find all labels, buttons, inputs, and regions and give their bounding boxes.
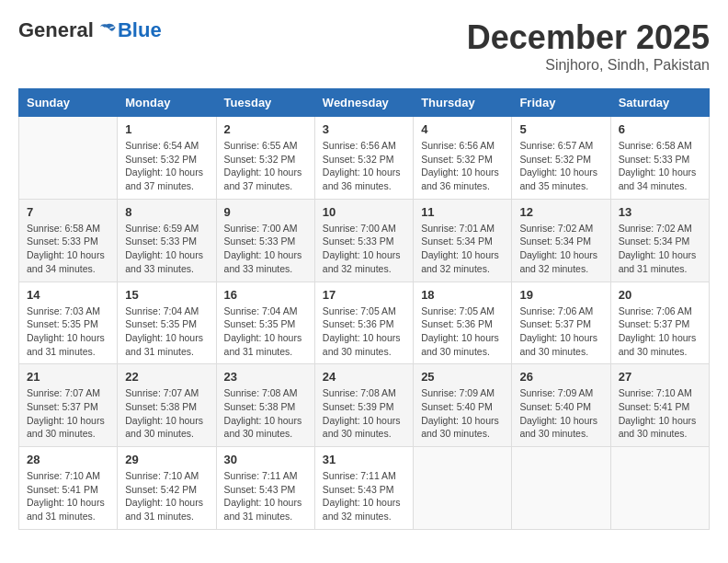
logo: General Blue: [18, 18, 162, 42]
day-number: 1: [125, 122, 208, 136]
day-number: 9: [224, 205, 307, 219]
day-info: Sunrise: 6:56 AM Sunset: 5:32 PM Dayligh…: [323, 139, 405, 193]
day-number: 8: [125, 205, 208, 219]
calendar-cell: [414, 447, 512, 530]
calendar-cell: 14Sunrise: 7:03 AM Sunset: 5:35 PM Dayli…: [19, 282, 118, 364]
calendar-cell: 1Sunrise: 6:54 AM Sunset: 5:32 PM Daylig…: [118, 117, 216, 200]
day-number: 28: [27, 453, 109, 466]
calendar-cell: 26Sunrise: 7:09 AM Sunset: 5:40 PM Dayli…: [512, 364, 610, 447]
day-number: 19: [519, 288, 602, 302]
logo-general-text: General: [18, 18, 94, 42]
day-info: Sunrise: 7:10 AM Sunset: 5:42 PM Dayligh…: [125, 469, 208, 523]
calendar-cell: [512, 447, 610, 530]
day-number: 13: [619, 205, 701, 219]
logo-bird-icon: [96, 19, 118, 41]
day-number: 23: [224, 370, 307, 384]
calendar-cell: 15Sunrise: 7:04 AM Sunset: 5:35 PM Dayli…: [118, 282, 216, 364]
day-info: Sunrise: 6:57 AM Sunset: 5:32 PM Dayligh…: [519, 139, 602, 193]
calendar-cell: 28Sunrise: 7:10 AM Sunset: 5:41 PM Dayli…: [19, 447, 118, 530]
day-number: 25: [421, 370, 504, 384]
title-section: December 2025 Sinjhoro, Sindh, Pakistan: [467, 18, 710, 74]
day-info: Sunrise: 7:04 AM Sunset: 5:35 PM Dayligh…: [125, 304, 208, 359]
weekday-header-row: SundayMondayTuesdayWednesdayThursdayFrid…: [19, 89, 710, 117]
calendar-cell: 9Sunrise: 7:00 AM Sunset: 5:33 PM Daylig…: [216, 199, 314, 282]
day-number: 27: [619, 370, 701, 384]
day-info: Sunrise: 7:11 AM Sunset: 5:43 PM Dayligh…: [224, 469, 307, 523]
day-info: Sunrise: 7:02 AM Sunset: 5:34 PM Dayligh…: [619, 222, 701, 276]
day-number: 11: [421, 205, 504, 219]
day-number: 12: [519, 205, 602, 219]
day-info: Sunrise: 7:08 AM Sunset: 5:38 PM Dayligh…: [224, 386, 307, 441]
day-number: 26: [519, 370, 602, 384]
day-number: 7: [27, 205, 109, 219]
week-row-2: 7Sunrise: 6:58 AM Sunset: 5:33 PM Daylig…: [19, 199, 710, 282]
day-info: Sunrise: 7:01 AM Sunset: 5:34 PM Dayligh…: [421, 222, 504, 276]
calendar-cell: 27Sunrise: 7:10 AM Sunset: 5:41 PM Dayli…: [610, 364, 709, 447]
day-info: Sunrise: 7:06 AM Sunset: 5:37 PM Dayligh…: [519, 304, 602, 359]
calendar-cell: 5Sunrise: 6:57 AM Sunset: 5:32 PM Daylig…: [512, 117, 610, 200]
calendar-table: SundayMondayTuesdayWednesdayThursdayFrid…: [18, 88, 710, 530]
calendar-cell: 18Sunrise: 7:05 AM Sunset: 5:36 PM Dayli…: [414, 282, 512, 364]
day-number: 30: [224, 453, 307, 466]
calendar-cell: 11Sunrise: 7:01 AM Sunset: 5:34 PM Dayli…: [414, 199, 512, 282]
day-number: 2: [224, 122, 307, 136]
day-number: 4: [421, 122, 504, 136]
weekday-monday: Monday: [118, 89, 216, 117]
week-row-4: 21Sunrise: 7:07 AM Sunset: 5:37 PM Dayli…: [19, 364, 710, 447]
day-number: 29: [125, 453, 208, 466]
calendar-cell: 24Sunrise: 7:08 AM Sunset: 5:39 PM Dayli…: [314, 364, 413, 447]
weekday-sunday: Sunday: [19, 89, 118, 117]
day-number: 17: [323, 288, 405, 302]
day-number: 14: [27, 288, 109, 302]
week-row-3: 14Sunrise: 7:03 AM Sunset: 5:35 PM Dayli…: [19, 282, 710, 364]
day-number: 6: [619, 122, 701, 136]
calendar-body: 1Sunrise: 6:54 AM Sunset: 5:32 PM Daylig…: [19, 117, 710, 530]
calendar-cell: 4Sunrise: 6:56 AM Sunset: 5:32 PM Daylig…: [414, 117, 512, 200]
logo-blue-text: Blue: [118, 18, 162, 42]
calendar-cell: 3Sunrise: 6:56 AM Sunset: 5:32 PM Daylig…: [314, 117, 413, 200]
weekday-wednesday: Wednesday: [314, 89, 413, 117]
day-number: 31: [323, 453, 405, 466]
day-info: Sunrise: 7:09 AM Sunset: 5:40 PM Dayligh…: [421, 386, 504, 441]
calendar-cell: 10Sunrise: 7:00 AM Sunset: 5:33 PM Dayli…: [314, 199, 413, 282]
day-number: 3: [323, 122, 405, 136]
location-title: Sinjhoro, Sindh, Pakistan: [467, 57, 710, 74]
calendar-cell: 2Sunrise: 6:55 AM Sunset: 5:32 PM Daylig…: [216, 117, 314, 200]
calendar-cell: 12Sunrise: 7:02 AM Sunset: 5:34 PM Dayli…: [512, 199, 610, 282]
day-info: Sunrise: 7:11 AM Sunset: 5:43 PM Dayligh…: [323, 469, 405, 523]
calendar-cell: 21Sunrise: 7:07 AM Sunset: 5:37 PM Dayli…: [19, 364, 118, 447]
calendar-cell: 22Sunrise: 7:07 AM Sunset: 5:38 PM Dayli…: [118, 364, 216, 447]
calendar-cell: 6Sunrise: 6:58 AM Sunset: 5:33 PM Daylig…: [610, 117, 709, 200]
day-info: Sunrise: 7:03 AM Sunset: 5:35 PM Dayligh…: [27, 304, 109, 359]
day-number: 24: [323, 370, 405, 384]
calendar-cell: 25Sunrise: 7:09 AM Sunset: 5:40 PM Dayli…: [414, 364, 512, 447]
calendar-cell: 23Sunrise: 7:08 AM Sunset: 5:38 PM Dayli…: [216, 364, 314, 447]
weekday-saturday: Saturday: [610, 89, 709, 117]
day-info: Sunrise: 7:10 AM Sunset: 5:41 PM Dayligh…: [27, 469, 109, 523]
calendar-cell: 16Sunrise: 7:04 AM Sunset: 5:35 PM Dayli…: [216, 282, 314, 364]
day-number: 16: [224, 288, 307, 302]
calendar-cell: 17Sunrise: 7:05 AM Sunset: 5:36 PM Dayli…: [314, 282, 413, 364]
day-info: Sunrise: 7:06 AM Sunset: 5:37 PM Dayligh…: [619, 304, 701, 359]
week-row-5: 28Sunrise: 7:10 AM Sunset: 5:41 PM Dayli…: [19, 447, 710, 530]
calendar-cell: 20Sunrise: 7:06 AM Sunset: 5:37 PM Dayli…: [610, 282, 709, 364]
weekday-thursday: Thursday: [414, 89, 512, 117]
calendar-cell: [610, 447, 709, 530]
day-info: Sunrise: 7:05 AM Sunset: 5:36 PM Dayligh…: [323, 304, 405, 359]
month-title: December 2025: [467, 18, 710, 57]
week-row-1: 1Sunrise: 6:54 AM Sunset: 5:32 PM Daylig…: [19, 117, 710, 200]
day-number: 21: [27, 370, 109, 384]
calendar-cell: [19, 117, 118, 200]
calendar-cell: 7Sunrise: 6:58 AM Sunset: 5:33 PM Daylig…: [19, 199, 118, 282]
day-number: 5: [519, 122, 602, 136]
weekday-friday: Friday: [512, 89, 610, 117]
calendar-cell: 30Sunrise: 7:11 AM Sunset: 5:43 PM Dayli…: [216, 447, 314, 530]
calendar-cell: 31Sunrise: 7:11 AM Sunset: 5:43 PM Dayli…: [314, 447, 413, 530]
day-info: Sunrise: 7:00 AM Sunset: 5:33 PM Dayligh…: [224, 222, 307, 276]
day-info: Sunrise: 7:08 AM Sunset: 5:39 PM Dayligh…: [323, 386, 405, 441]
weekday-tuesday: Tuesday: [216, 89, 314, 117]
header: General Blue December 2025 Sinjhoro, Sin…: [18, 18, 710, 74]
calendar-cell: 29Sunrise: 7:10 AM Sunset: 5:42 PM Dayli…: [118, 447, 216, 530]
day-info: Sunrise: 7:07 AM Sunset: 5:38 PM Dayligh…: [125, 386, 208, 441]
day-info: Sunrise: 7:00 AM Sunset: 5:33 PM Dayligh…: [323, 222, 405, 276]
